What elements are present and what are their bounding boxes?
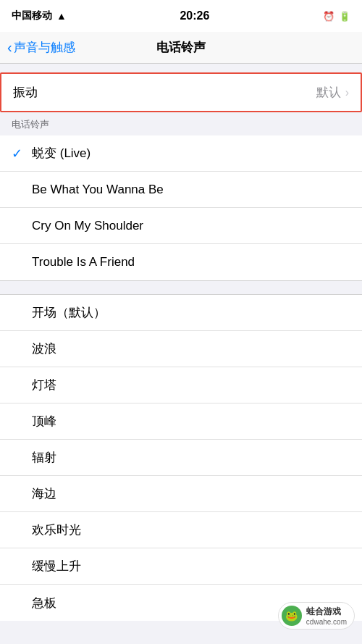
ringtone-name: 波浪	[32, 340, 350, 357]
watermark: 🐸 蛙合游戏 cdwahe.com	[278, 602, 355, 630]
list-item[interactable]: ✓ 蜕变 (Live)	[0, 135, 362, 172]
list-item[interactable]: Cry On My Shoulder	[0, 208, 362, 244]
ringtone-name: Be What You Wanna Be	[32, 183, 350, 197]
status-bar: 中国移动 ▲ 20:26 ⏰ 🔋	[0, 0, 362, 32]
vibration-right: 默认 ›	[316, 84, 349, 101]
ringtone-name: 开场（默认）	[32, 304, 350, 321]
list-item[interactable]: 辐射	[0, 440, 362, 476]
back-button[interactable]: ‹ 声音与触感	[7, 39, 75, 56]
chevron-left-icon: ‹	[7, 40, 12, 54]
list-item[interactable]: 欢乐时光	[0, 512, 362, 548]
system-sounds-list: 开场（默认） 波浪 灯塔 顶峰 辐射 海边 欢乐时光 缓慢上升	[0, 295, 362, 621]
list-item[interactable]: 缓慢上升	[0, 548, 362, 585]
watermark-logo: 🐸	[282, 606, 302, 626]
section-divider	[0, 280, 362, 295]
ringtone-name: 顶峰	[32, 413, 350, 430]
watermark-text: 蛙合游戏 cdwahe.com	[306, 606, 347, 626]
checkmark-icon: ✓	[12, 146, 32, 162]
back-label: 声音与触感	[14, 39, 75, 56]
list-item[interactable]: 海边	[0, 476, 362, 512]
ringtone-name: 海边	[32, 485, 350, 502]
alarm-icon: ⏰	[323, 11, 334, 22]
battery-icon: 🔋	[339, 11, 350, 22]
ringtone-name: 欢乐时光	[32, 522, 350, 538]
vibration-row[interactable]: 振动 默认 ›	[1, 74, 361, 111]
status-left: 中国移动 ▲	[12, 9, 67, 22]
wifi-icon: ▲	[56, 10, 67, 22]
vibration-label: 振动	[13, 84, 38, 101]
vibration-section: 振动 默认 ›	[0, 72, 362, 112]
list-item[interactable]: 开场（默认）	[0, 295, 362, 331]
ringtone-name: Trouble Is A Friend	[32, 255, 350, 269]
list-item[interactable]: Be What You Wanna Be	[0, 172, 362, 208]
ringtone-list: ✓ 蜕变 (Live) Be What You Wanna Be Cry On …	[0, 135, 362, 280]
section-label: 电话铃声	[0, 112, 362, 135]
watermark-name: 蛙合游戏	[306, 606, 347, 618]
watermark-site: cdwahe.com	[306, 618, 347, 626]
status-right: ⏰ 🔋	[323, 11, 350, 22]
ringtone-name: 灯塔	[32, 377, 350, 393]
page-title: 电话铃声	[156, 39, 206, 56]
ringtone-name: 蜕变 (Live)	[32, 145, 350, 162]
ringtone-name: Cry On My Shoulder	[32, 219, 350, 233]
carrier-label: 中国移动	[12, 9, 52, 22]
list-item[interactable]: 顶峰	[0, 403, 362, 440]
list-item[interactable]: 波浪	[0, 331, 362, 367]
list-item[interactable]: 灯塔	[0, 367, 362, 403]
ringtone-name: 辐射	[32, 449, 350, 466]
ringtone-name: 缓慢上升	[32, 558, 350, 574]
navigation-bar: ‹ 声音与触感 电话铃声	[0, 32, 362, 64]
status-time: 20:26	[180, 9, 209, 22]
list-item[interactable]: Trouble Is A Friend	[0, 244, 362, 280]
chevron-right-icon: ›	[345, 86, 349, 99]
vibration-value: 默认	[316, 84, 341, 101]
content-area: 振动 默认 › 电话铃声 ✓ 蜕变 (Live) Be What You Wan…	[0, 72, 362, 621]
